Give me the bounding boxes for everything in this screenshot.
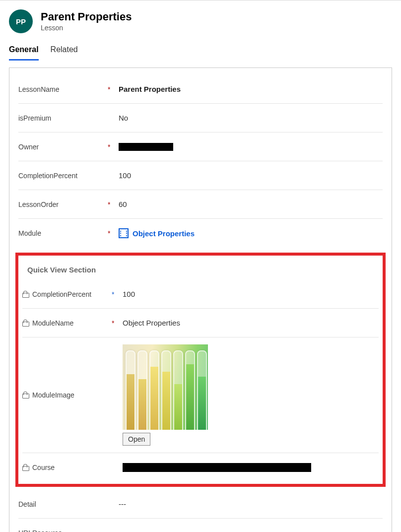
entity-icon: ⋮⋮ <box>119 228 129 238</box>
field-lessonname[interactable]: LessonName * Parent Properties <box>18 75 383 104</box>
value-module-link[interactable]: ⋮⋮ Object Properties <box>119 228 383 238</box>
lock-icon <box>22 464 28 471</box>
value-completionpercent: 100 <box>119 171 383 180</box>
required-marker: * <box>112 319 123 327</box>
redacted-course <box>123 463 311 472</box>
lock-icon <box>22 320 28 327</box>
module-image[interactable] <box>123 344 208 430</box>
qv-value-moduleimage: Open <box>123 344 379 446</box>
required-marker: * <box>108 85 119 93</box>
lock-icon <box>22 392 28 399</box>
record-header: PP Parent Properties Lesson <box>9 6 392 41</box>
label-owner: Owner <box>18 143 108 151</box>
avatar-initials: PP <box>16 17 26 26</box>
label-module: Module <box>18 229 108 237</box>
value-urlresource: --- <box>119 529 383 532</box>
label-lessonorder: LessonOrder <box>18 200 108 208</box>
qv-field-modulename: ModuleName * Object Properties <box>22 309 379 337</box>
label-lessonname: LessonName <box>18 85 108 93</box>
label-detail: Detail <box>18 500 108 508</box>
field-module[interactable]: Module * ⋮⋮ Object Properties <box>18 219 383 248</box>
tab-general[interactable]: General <box>9 41 39 61</box>
label-urlresource: URLResource <box>18 529 108 532</box>
qv-label-moduleimage: ModuleImage <box>22 391 112 399</box>
recommended-marker: * <box>112 290 123 298</box>
field-owner[interactable]: Owner * <box>18 133 383 161</box>
tab-related[interactable]: Related <box>51 41 78 61</box>
value-lessonorder: 60 <box>119 200 383 208</box>
required-marker: * <box>108 200 119 208</box>
form-card: LessonName * Parent Properties isPremium… <box>9 67 392 532</box>
label-completionpercent: CompletionPercent <box>18 172 108 180</box>
avatar: PP <box>9 9 33 33</box>
lock-icon <box>22 291 28 298</box>
qv-value-course <box>123 463 379 472</box>
qv-label-modulename: ModuleName <box>22 319 112 327</box>
qv-label-course: Course <box>22 464 112 471</box>
tablist: General Related <box>9 41 392 61</box>
redacted-owner <box>119 143 173 151</box>
module-link-text: Object Properties <box>133 229 195 238</box>
open-image-button[interactable]: Open <box>123 433 150 446</box>
value-detail: --- <box>119 500 383 508</box>
qv-field-moduleimage: ModuleImage Open <box>22 337 379 453</box>
qv-label-completionpercent: CompletionPercent <box>22 290 112 298</box>
label-ispremium: isPremium <box>18 114 108 122</box>
page-title: Parent Properties <box>41 11 132 23</box>
qv-field-completionpercent: CompletionPercent * 100 <box>22 280 379 309</box>
field-completionpercent[interactable]: CompletionPercent 100 <box>18 161 383 190</box>
qv-field-course: Course <box>22 453 379 482</box>
value-ispremium: No <box>119 114 383 122</box>
field-detail[interactable]: Detail --- <box>18 490 383 519</box>
qv-value-modulename: Object Properties <box>123 319 379 327</box>
value-owner <box>119 143 383 151</box>
value-lessonname: Parent Properties <box>119 85 383 93</box>
field-ispremium[interactable]: isPremium No <box>18 104 383 133</box>
section-title: Quick View Section <box>22 261 379 280</box>
field-lessonorder[interactable]: LessonOrder * 60 <box>18 190 383 219</box>
required-marker: * <box>108 229 119 237</box>
field-urlresource[interactable]: URLResource --- <box>18 519 383 532</box>
quick-view-section: Quick View Section CompletionPercent * 1… <box>15 253 386 487</box>
qv-value-completionpercent: 100 <box>123 290 379 298</box>
required-marker: * <box>108 143 119 151</box>
entity-label: Lesson <box>41 24 132 32</box>
